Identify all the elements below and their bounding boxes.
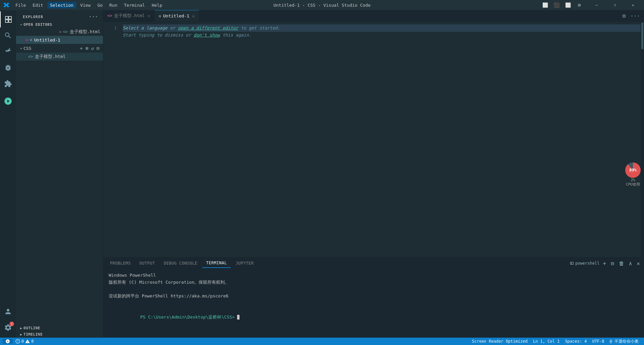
sidebar: EXPLORER ··· ▾ OPEN EDITORS ✕ <> 盒子模型.ht… (16, 10, 103, 338)
status-bar-left (3, 339, 13, 344)
ln-col-status[interactable]: Ln 1, Col 1 (530, 339, 562, 344)
add-terminal-btn[interactable]: + (601, 260, 607, 267)
tab-html[interactable]: <> 盒子模型.html ✕ (103, 10, 155, 21)
code-open-link[interactable]: open a different editor (178, 25, 238, 30)
refresh-folder-icon[interactable]: ↺ (90, 45, 95, 51)
terminal-tab-problems[interactable]: PROBLEMS (106, 259, 135, 268)
terminal-tab-output[interactable]: OUTPUT (136, 259, 159, 268)
tab-untitled-close[interactable]: ✕ (190, 13, 195, 19)
sidebar-header-actions: ··· (88, 13, 99, 20)
html-file-icon: <> (63, 29, 67, 34)
status-bar-right: Screen Reader Optimized Ln 1, Col 1 Spac… (469, 339, 641, 344)
activity-source-control[interactable] (0, 44, 16, 60)
terminal-content[interactable]: Windows PowerShell 版权所有 (C) Microsoft Co… (103, 269, 644, 338)
open-file-untitled[interactable]: ✕ ≡ Untitled-1 (16, 36, 103, 44)
vscode-logo-icon (3, 2, 9, 8)
menu-edit[interactable]: Edit (30, 2, 46, 8)
main-layout: 1 EXPLORER ··· ▾ OPEN EDITORS ✕ <> 盒子模型.… (0, 10, 644, 338)
activity-search[interactable] (0, 27, 16, 44)
delete-terminal-btn[interactable]: 🗑 (618, 260, 626, 267)
terminal-tab-debug[interactable]: DEBUG CONSOLE (160, 259, 201, 268)
scrollbar-thumb[interactable] (641, 22, 643, 49)
remote-icon (5, 339, 10, 344)
activity-remote[interactable] (0, 93, 16, 109)
activity-bar: 1 (0, 10, 16, 338)
tab-bar: <> 盒子模型.html ✕ ≡ Untitled-1 ✕ ⊟ ··· (103, 10, 644, 22)
tab-html-close[interactable]: ✕ (145, 13, 150, 18)
new-folder-icon[interactable]: ⊞ (85, 45, 89, 51)
untitled-file-icon: ≡ (30, 38, 32, 42)
menu-file[interactable]: File (13, 2, 29, 8)
terminal-tab-jupyter[interactable]: JUPYTER (231, 259, 258, 268)
activity-extensions[interactable] (0, 76, 16, 92)
spaces-status[interactable]: Spaces: 4 (562, 339, 589, 344)
more-actions-btn[interactable]: ··· (629, 12, 641, 20)
sidebar-more-icon[interactable]: ··· (88, 13, 99, 20)
timeline-chevron: ▶ (20, 333, 22, 336)
restore-button[interactable]: ❐ (607, 0, 623, 10)
split-editor-icon[interactable]: ⬜ (564, 1, 572, 9)
open-file-untitled-name: Untitled-1 (34, 38, 60, 43)
customize-layout-icon[interactable]: ⊞ (576, 1, 583, 9)
close-html-icon[interactable]: ✕ (59, 29, 61, 34)
css-folder-header[interactable]: ▾ CSS + ⊞ ↺ ⊟ (16, 44, 103, 53)
code-start-typing: Start typing to dismiss or (123, 32, 194, 38)
menu-terminal[interactable]: Terminal (121, 2, 148, 8)
line-numbers: 1 (103, 22, 120, 257)
terminal-tab-terminal[interactable]: TERMINAL (202, 259, 231, 268)
timeline-section[interactable]: ▶ TIMELINE (16, 331, 103, 338)
outline-label: OUTLINE (23, 326, 40, 330)
tab-untitled-icon: ≡ (159, 14, 161, 18)
open-file-html[interactable]: ✕ <> 盒子模型.html (16, 28, 103, 36)
code-editor[interactable]: Select a language or open a different ed… (120, 22, 644, 257)
code-select-lang: Select a language (123, 25, 167, 30)
terminal-tab-right: powershell + ⊟ 🗑 ∧ ✕ (570, 260, 641, 267)
minimize-button[interactable]: ─ (589, 0, 604, 10)
outline-section[interactable]: ▶ OUTLINE (16, 325, 103, 331)
right-text-status[interactable]: @ 不显给你小奥 (607, 339, 641, 344)
editor-content[interactable]: 1 Select a language or open a different … (103, 22, 644, 257)
split-editor-btn[interactable]: ⊟ (621, 12, 627, 20)
css-folder-label: CSS (23, 46, 31, 51)
close-button[interactable]: ✕ (625, 0, 641, 10)
split-terminal-btn[interactable]: ⊟ (609, 260, 615, 267)
encoding-status[interactable]: UTF-8 (589, 339, 607, 344)
menu-run[interactable]: Run (107, 2, 120, 8)
code-dont-show-link[interactable]: don't show (194, 32, 220, 38)
open-editors-section[interactable]: ▾ OPEN EDITORS (16, 21, 103, 28)
errors-indicator[interactable]: 0 0 (13, 338, 36, 345)
svg-point-2 (17, 342, 18, 342)
close-terminal-btn[interactable]: ✕ (635, 260, 641, 267)
activity-accounts[interactable] (0, 303, 16, 320)
activity-settings[interactable]: 1 (0, 320, 16, 336)
maximize-terminal-btn[interactable]: ∧ (628, 260, 634, 267)
code-this-again: this again. (220, 32, 252, 38)
explorer-title: EXPLORER (23, 15, 43, 19)
activity-run-debug[interactable] (0, 60, 16, 76)
activity-explorer[interactable] (0, 11, 16, 27)
terminal-line-3 (109, 286, 639, 293)
menu-help[interactable]: Help (149, 2, 165, 8)
editor-scrollbar[interactable] (641, 22, 644, 257)
sidebar-header: EXPLORER ··· (16, 10, 103, 21)
menu-go[interactable]: Go (95, 2, 105, 8)
editor-area: <> 盒子模型.html ✕ ≡ Untitled-1 ✕ ⊟ ··· 1 (103, 10, 644, 338)
toggle-panel-icon[interactable]: ⬛ (553, 1, 560, 9)
new-file-icon[interactable]: + (79, 45, 84, 51)
cpu-circle: 89% (625, 162, 641, 178)
menu-selection[interactable]: Selection (47, 2, 76, 8)
css-file-html-name: 盒子模型.html (35, 54, 65, 60)
terminal-line-4: 尝试新的跨平台 PowerShell https://aka.ms/pscore… (109, 293, 639, 300)
toggle-sidebar-icon[interactable]: ⬜ (541, 1, 549, 9)
remote-indicator[interactable] (3, 339, 13, 344)
terminal-shell-icon (570, 261, 574, 265)
menu-view[interactable]: View (77, 2, 93, 8)
tab-untitled[interactable]: ≡ Untitled-1 ✕ (155, 10, 199, 21)
error-count: 0 (21, 339, 24, 344)
tab-bar-actions: ⊟ ··· (618, 10, 644, 21)
outline-chevron: ▶ (20, 326, 22, 330)
screen-reader-status[interactable]: Screen Reader Optimized (469, 339, 530, 344)
collapse-folder-icon[interactable]: ⊟ (96, 45, 100, 51)
css-file-html[interactable]: <> 盒子模型.html (16, 53, 103, 61)
tab-html-icon: <> (107, 13, 112, 18)
